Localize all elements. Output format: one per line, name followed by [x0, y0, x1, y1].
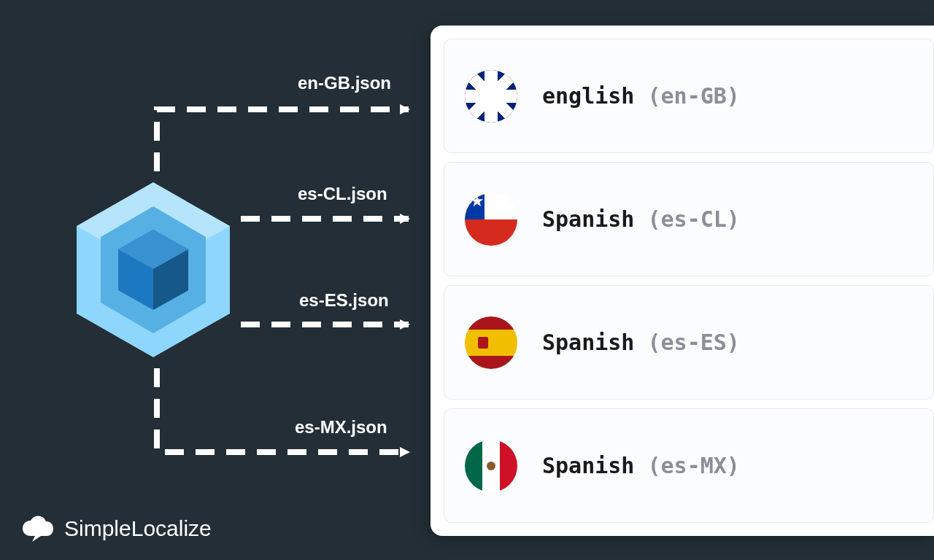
flag-cl-icon: [465, 193, 517, 246]
brand: SimpleLocalize: [22, 515, 212, 542]
locale-language: english: [542, 83, 634, 109]
locale-code: (es-MX): [648, 453, 740, 478]
file-label-en-gb: en-GB.json: [298, 73, 391, 93]
webpack-cube-icon: [73, 179, 234, 361]
file-label-es-cl: es-CL.json: [298, 184, 387, 204]
locale-panel: english (en-GB) Spanish (es-CL) Spanish …: [431, 26, 934, 536]
locale-language: Spanish: [542, 206, 634, 232]
cloud-chat-icon: [22, 515, 54, 542]
arrow-es-mx: [157, 368, 409, 452]
locale-code: (es-ES): [648, 330, 740, 355]
file-label-es-mx: es-MX.json: [295, 417, 387, 438]
locale-label: english (en-GB): [542, 83, 740, 109]
locale-language: Spanish: [542, 330, 634, 355]
file-label-es-es: es-ES.json: [299, 290, 389, 311]
locale-label: Spanish (es-MX): [542, 453, 740, 478]
locale-label: Spanish (es-ES): [542, 330, 740, 355]
locale-card-en-gb: english (en-GB): [444, 39, 934, 153]
locale-language: Spanish: [542, 453, 634, 478]
arrow-en-gb: [157, 109, 409, 171]
locale-card-es-es: Spanish (es-ES): [444, 285, 934, 400]
locale-code: (es-CL): [648, 206, 740, 232]
locale-label: Spanish (es-CL): [542, 206, 740, 232]
locale-card-es-mx: Spanish (es-MX): [444, 408, 934, 523]
locale-card-es-cl: Spanish (es-CL): [444, 162, 934, 276]
locale-code: (en-GB): [648, 83, 740, 109]
flag-uk-icon: [465, 70, 517, 122]
flag-es-icon: [465, 316, 517, 369]
flag-mx-icon: [465, 440, 517, 492]
brand-name: SimpleLocalize: [64, 516, 212, 541]
